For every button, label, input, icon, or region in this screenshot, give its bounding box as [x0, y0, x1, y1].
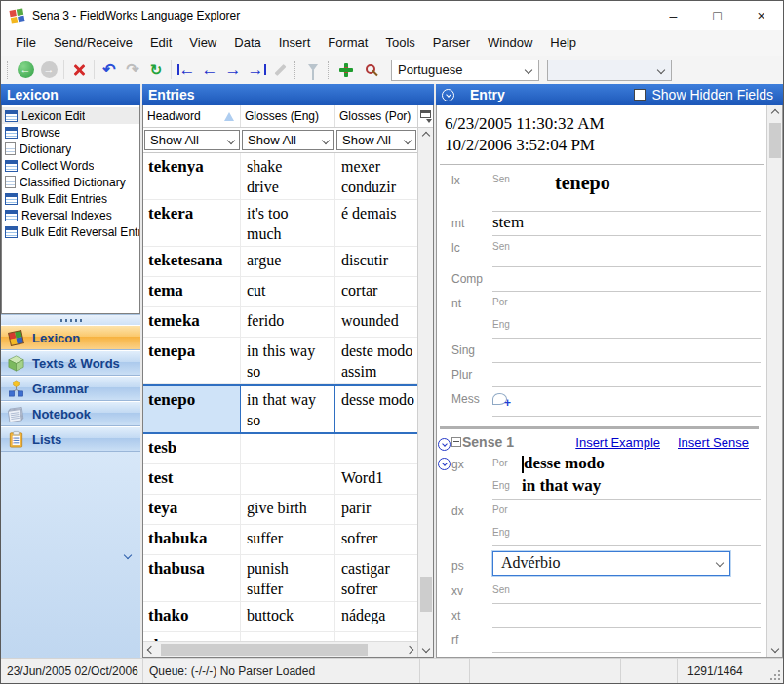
redo-button[interactable]: ↷: [121, 59, 144, 82]
gloss-por-cell[interactable]: mexer conduzir: [335, 153, 417, 199]
show-hidden-label[interactable]: Show Hidden Fields: [651, 87, 777, 102]
gloss-eng-cell[interactable]: [241, 434, 335, 463]
back-button[interactable]: ←: [14, 59, 37, 82]
secondary-select[interactable]: [547, 60, 672, 81]
nav-item-texts-words[interactable]: Texts & Words: [1, 350, 140, 376]
headword-cell[interactable]: teketesana: [143, 247, 241, 276]
table-row[interactable]: temekaferidowounded: [143, 307, 417, 338]
field-value[interactable]: stem: [492, 212, 524, 233]
gloss-eng-cell[interactable]: in that way so: [241, 386, 335, 432]
filter-select[interactable]: Show All: [144, 130, 240, 150]
gloss-eng-cell[interactable]: give birth: [241, 495, 335, 524]
headword-cell[interactable]: thako: [143, 602, 241, 631]
show-hidden-checkbox[interactable]: [634, 89, 646, 101]
table-row[interactable]: thakobuttocknádega: [143, 602, 417, 632]
gloss-por-cell[interactable]: Word1: [335, 464, 417, 494]
gloss-por-cell[interactable]: wounded: [335, 307, 417, 337]
edit-button[interactable]: [268, 59, 292, 82]
headword-cell[interactable]: tekera: [143, 200, 241, 246]
gloss-eng-cell[interactable]: suffer: [241, 525, 335, 554]
scrollbar-track[interactable]: [159, 642, 402, 658]
column-header-glosses-por[interactable]: Glosses (Por): [335, 105, 417, 127]
scrollbar-up-button[interactable]: [418, 128, 433, 143]
minimize-button[interactable]: –: [651, 1, 695, 30]
gloss-por-cell[interactable]: cortar: [335, 277, 417, 306]
find-entry-button[interactable]: [358, 59, 381, 82]
table-row[interactable]: tenepain this way sodeste modo assim: [143, 338, 417, 384]
gloss-por-cell[interactable]: parir: [335, 495, 417, 524]
headword-cell[interactable]: thamanga: [143, 632, 241, 641]
table-row[interactable]: tenepoin that way sodesse modo: [143, 384, 417, 434]
gloss-eng-cell[interactable]: run: [241, 632, 335, 641]
headword-cell[interactable]: tesb: [143, 434, 241, 463]
first-record-button[interactable]: ←: [175, 59, 198, 82]
menu-item-send-receive[interactable]: Send/Receive: [45, 30, 141, 56]
gloss-por-cell[interactable]: correr: [335, 632, 417, 641]
add-comment-icon[interactable]: [492, 393, 507, 405]
gloss-por-cell[interactable]: discutir: [335, 247, 417, 276]
nav-item-notebook[interactable]: Notebook: [1, 401, 140, 426]
headword-cell[interactable]: tema: [143, 277, 241, 306]
vertical-scrollbar[interactable]: [417, 105, 433, 657]
menu-item-tools[interactable]: Tools: [376, 30, 423, 56]
headword-cell[interactable]: teya: [143, 495, 241, 524]
field-value[interactable]: in that way: [522, 475, 601, 497]
refresh-button[interactable]: ↻: [144, 59, 168, 82]
menu-item-edit[interactable]: Edit: [141, 30, 180, 56]
filter-button[interactable]: [301, 59, 325, 82]
headword-cell[interactable]: tekenya: [143, 153, 241, 199]
maximize-button[interactable]: □: [695, 1, 739, 30]
gloss-por-cell[interactable]: [335, 434, 417, 463]
field-value[interactable]: tenepo: [522, 169, 610, 196]
column-header-glosses-eng[interactable]: Glosses (Eng): [241, 105, 335, 127]
table-row[interactable]: teketesanaarguediscutir: [143, 247, 417, 277]
headword-cell[interactable]: test: [143, 464, 241, 494]
next-record-button[interactable]: →: [221, 59, 245, 82]
insert-entry-button[interactable]: [334, 59, 358, 82]
scrollbar-up-button[interactable]: [767, 105, 782, 121]
filter-select[interactable]: Show All: [242, 130, 334, 150]
gloss-por-cell[interactable]: nádega: [335, 602, 417, 631]
sidebar-item-browse[interactable]: Browse: [2, 124, 139, 141]
table-row[interactable]: thamangaruncorrer: [143, 632, 417, 641]
sidebar-item-collect-words[interactable]: Collect Words: [2, 157, 139, 174]
sidebar-item-dictionary[interactable]: Dictionary: [2, 141, 139, 157]
menu-item-parser[interactable]: Parser: [424, 30, 479, 56]
previous-record-button[interactable]: ←: [198, 59, 221, 82]
sidebar-item-bulk-edit-entries[interactable]: Bulk Edit Entries: [2, 190, 139, 207]
table-row[interactable]: thabusapunish suffercastigar sofrer: [143, 555, 417, 602]
table-row[interactable]: tekenyashake drivemexer conduzir: [143, 153, 417, 200]
gloss-eng-cell[interactable]: [241, 464, 335, 494]
scrollbar-down-button[interactable]: [418, 641, 433, 657]
gloss-por-cell[interactable]: deste modo assim: [335, 338, 417, 383]
field-expand-icon[interactable]: [437, 453, 451, 470]
menu-item-file[interactable]: File: [7, 30, 45, 56]
toolbar-grip[interactable]: [7, 61, 11, 79]
insert-example-link[interactable]: Insert Example: [575, 435, 660, 450]
headword-cell[interactable]: tenepo: [143, 386, 241, 432]
table-row[interactable]: temacutcortar: [143, 277, 417, 307]
sidebar-item-bulk-edit-reversal-entries[interactable]: Bulk Edit Reversal Entries: [2, 223, 139, 240]
nav-item-lists[interactable]: Lists: [1, 426, 140, 452]
undo-button[interactable]: ↶: [98, 59, 121, 82]
gloss-eng-cell[interactable]: cut: [241, 277, 335, 306]
headword-cell[interactable]: temeka: [143, 307, 241, 337]
table-row[interactable]: testWord1: [143, 464, 417, 495]
delete-button[interactable]: [67, 59, 91, 82]
filter-select[interactable]: Show All: [336, 130, 416, 150]
table-row[interactable]: thabukasuffersofrer: [143, 525, 417, 555]
gloss-por-cell[interactable]: castigar sofrer: [335, 555, 417, 601]
field-value[interactable]: desse modo: [524, 453, 605, 474]
toolbar-grip[interactable]: [328, 61, 332, 79]
gloss-por-cell[interactable]: é demais: [335, 200, 417, 246]
toolbar-grip[interactable]: [294, 61, 298, 79]
scrollbar-thumb[interactable]: [420, 577, 432, 612]
headword-cell[interactable]: thabuka: [143, 525, 241, 554]
horizontal-scrollbar[interactable]: [143, 641, 417, 657]
collapse-box-icon[interactable]: [451, 437, 461, 447]
menu-item-help[interactable]: Help: [541, 30, 585, 56]
gloss-eng-cell[interactable]: argue: [241, 247, 335, 276]
column-header-headword[interactable]: Headword: [143, 105, 241, 127]
menu-item-view[interactable]: View: [180, 30, 225, 56]
gloss-eng-cell[interactable]: it's too much: [241, 200, 335, 246]
